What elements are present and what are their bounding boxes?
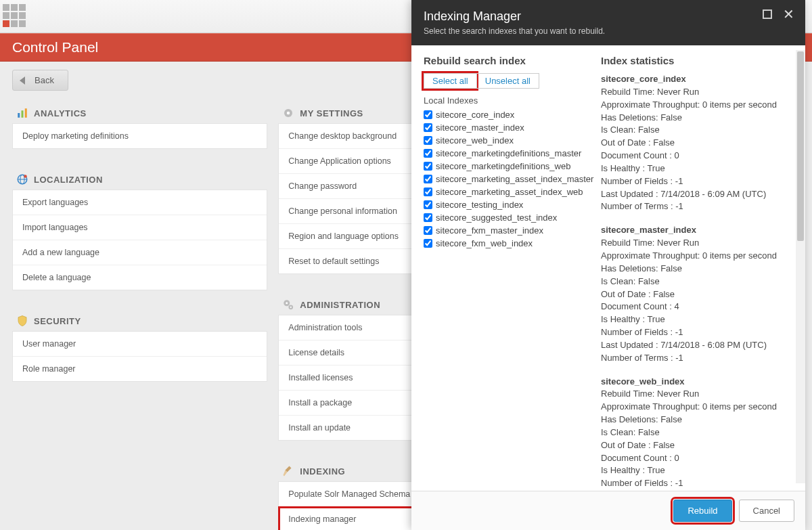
checkbox-input[interactable] <box>424 226 432 235</box>
globe-icon <box>16 173 28 185</box>
index-checkbox[interactable]: sitecore_marketingdefinitions_web <box>424 160 601 173</box>
dialog-title: Indexing Manager <box>424 9 793 24</box>
index-checkbox[interactable]: sitecore_core_index <box>424 108 601 121</box>
rebuild-button[interactable]: Rebuild <box>673 500 731 522</box>
checkbox-input[interactable] <box>424 110 432 119</box>
stat-line: Document Count : 4 <box>601 301 796 313</box>
list-item[interactable]: Delete a language <box>13 265 267 290</box>
checkbox-input[interactable] <box>424 239 432 248</box>
indexing-manager-dialog: Indexing Manager Select the search index… <box>411 0 805 530</box>
dialog-footer: Rebuild Cancel <box>411 491 805 530</box>
index-stat-block: sitecore_core_indexRebuild Time: Never R… <box>601 73 796 213</box>
chart-icon <box>16 107 28 119</box>
index-checkbox[interactable]: sitecore_marketing_asset_index_web <box>424 185 601 198</box>
stat-line: Is Clean: False <box>601 275 796 288</box>
list-item[interactable]: Add a new language <box>13 240 267 265</box>
cancel-button[interactable]: Cancel <box>739 500 794 522</box>
list-item[interactable]: User manager <box>13 332 267 357</box>
select-all-link[interactable]: Select all <box>424 73 476 89</box>
stat-line: Number of Terms : -1 <box>601 200 796 213</box>
back-button[interactable]: Back <box>12 70 68 91</box>
list-item[interactable]: Export languages <box>13 190 267 215</box>
dialog-subtitle: Select the search indexes that you want … <box>424 26 793 36</box>
stat-line: Out of Date : False <box>601 439 796 452</box>
stat-line: Approximate Throughput: 0 items per seco… <box>601 99 796 112</box>
local-indexes-label: Local Indexes <box>424 95 601 106</box>
index-checkbox[interactable]: sitecore_fxm_master_index <box>424 224 601 237</box>
checkbox-input[interactable] <box>424 213 432 222</box>
svg-rect-2 <box>25 108 27 118</box>
list-item[interactable]: Role manager <box>13 357 267 381</box>
dialog-header: Indexing Manager Select the search index… <box>411 0 805 45</box>
checkbox-input[interactable] <box>424 136 432 145</box>
index-checkbox[interactable]: sitecore_suggested_test_index <box>424 211 601 224</box>
unselect-all-link[interactable]: Unselect all <box>476 73 539 89</box>
stat-line: Out of Date : False <box>601 288 796 301</box>
index-stat-block: sitecore_master_indexRebuild Time: Never… <box>601 224 796 364</box>
scrollbar-thumb[interactable] <box>797 51 804 241</box>
stat-line: Is Healthy : True <box>601 464 796 477</box>
maximize-icon[interactable] <box>763 9 772 19</box>
page-title: Control Panel <box>12 39 98 56</box>
index-checkbox[interactable]: sitecore_testing_index <box>424 198 601 211</box>
list-item[interactable]: Import languages <box>13 215 267 240</box>
stat-line: Has Deletions: False <box>601 414 796 426</box>
dialog-right-pane: Index statistics sitecore_core_indexRebu… <box>601 55 803 488</box>
index-checkbox[interactable]: sitecore_marketingdefinitions_master <box>424 147 601 160</box>
gear-icon <box>282 107 294 119</box>
list-localization: Export languagesImport languagesAdd a ne… <box>12 190 267 290</box>
checkbox-input[interactable] <box>424 149 432 158</box>
svg-point-10 <box>286 302 288 304</box>
svg-rect-1 <box>22 110 24 118</box>
stat-line: Number of Fields : -1 <box>601 477 796 488</box>
stat-line: Last Updated : 7/14/2018 - 6:08 PM (UTC) <box>601 339 796 352</box>
section-analytics: ANALYTICS <box>12 99 267 123</box>
dialog-body: Rebuild search index Select all Unselect… <box>411 45 805 491</box>
stat-line: Number of Terms : -1 <box>601 352 796 365</box>
index-name: sitecore_core_index <box>601 73 796 86</box>
stat-line: Has Deletions: False <box>601 263 796 275</box>
index-checkbox[interactable]: sitecore_web_index <box>424 134 601 147</box>
index-name: sitecore_master_index <box>601 224 796 237</box>
broom-icon <box>282 465 294 477</box>
stat-line: Approximate Throughput: 0 items per seco… <box>601 250 796 263</box>
section-security: SECURITY <box>12 307 267 331</box>
index-stat-block: sitecore_web_indexRebuild Time: Never Ru… <box>601 376 796 488</box>
index-checkbox[interactable]: sitecore_master_index <box>424 121 601 134</box>
rebuild-heading: Rebuild search index <box>424 55 601 66</box>
stat-line: Rebuild Time: Never Run <box>601 86 796 99</box>
stat-line: Is Clean: False <box>601 124 796 137</box>
launchpad-icon[interactable] <box>3 4 27 28</box>
stat-line: Is Clean: False <box>601 426 796 439</box>
section-localization: LOCALIZATION <box>12 165 267 190</box>
stat-line: Out of Date : False <box>601 137 796 150</box>
stat-line: Is Healthy : True <box>601 162 796 175</box>
col-left: ANALYTICS Deploy marketing definitions L… <box>7 99 273 530</box>
checkbox-input[interactable] <box>424 200 432 209</box>
checkbox-input[interactable] <box>424 187 432 196</box>
index-checkbox-list: sitecore_core_indexsitecore_master_index… <box>424 108 601 250</box>
index-checkbox[interactable]: sitecore_fxm_web_index <box>424 237 601 250</box>
checkbox-input[interactable] <box>424 175 432 183</box>
svg-rect-0 <box>18 113 20 118</box>
svg-point-6 <box>24 175 27 178</box>
list-item[interactable]: Deploy marketing definitions <box>13 124 267 148</box>
dialog-left-pane: Rebuild search index Select all Unselect… <box>424 55 601 488</box>
close-icon[interactable]: ✕ <box>783 9 794 19</box>
list-analytics: Deploy marketing definitions <box>12 123 267 149</box>
checkbox-input[interactable] <box>424 162 432 171</box>
svg-point-8 <box>287 112 290 115</box>
stat-line: Rebuild Time: Never Run <box>601 388 796 401</box>
gears-icon <box>282 299 294 311</box>
stats-heading: Index statistics <box>601 55 796 66</box>
stat-line: Last Updated : 7/14/2018 - 6:09 AM (UTC) <box>601 188 796 201</box>
stat-line: Number of Fields : -1 <box>601 175 796 188</box>
stat-line: Number of Fields : -1 <box>601 326 796 339</box>
index-checkbox[interactable]: sitecore_marketing_asset_index_master <box>424 173 601 185</box>
checkbox-input[interactable] <box>424 123 432 132</box>
stat-line: Document Count : 0 <box>601 150 796 162</box>
index-name: sitecore_web_index <box>601 376 796 389</box>
stat-line: Document Count : 0 <box>601 452 796 465</box>
stat-line: Has Deletions: False <box>601 112 796 125</box>
stat-line: Approximate Throughput: 0 items per seco… <box>601 401 796 414</box>
